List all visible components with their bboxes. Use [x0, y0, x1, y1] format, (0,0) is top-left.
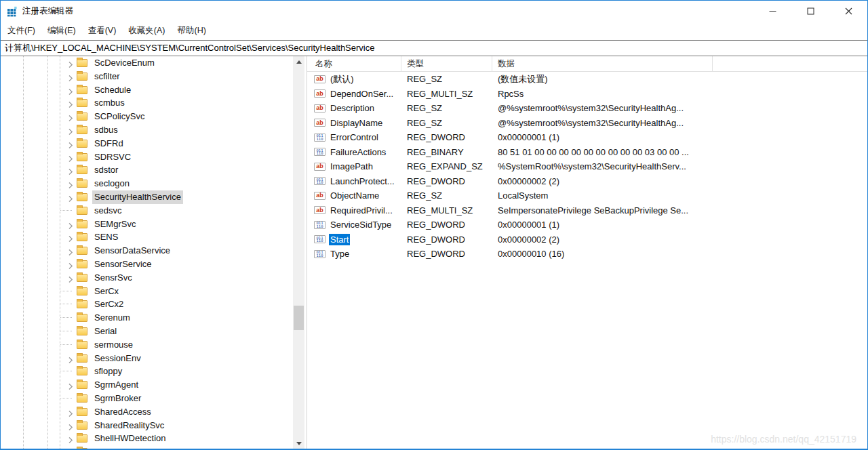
tree-item-label: SerCx2: [92, 298, 125, 311]
value-name-cell: abDisplayName: [307, 117, 401, 129]
tree-item[interactable]: sdbus: [1, 123, 292, 137]
tree-item[interactable]: SgrmBroker: [1, 392, 292, 405]
tree-item[interactable]: SensorDataService: [1, 244, 292, 258]
tree-item[interactable]: sdstor: [1, 163, 292, 177]
tree-item[interactable]: SDRSVC: [1, 150, 292, 164]
tree-item[interactable]: SgrmAgent: [1, 378, 292, 392]
chevron-right-icon[interactable]: [67, 112, 75, 120]
registry-value-row[interactable]: 011110TypeREG_DWORD0x00000010 (16): [307, 247, 867, 262]
tree-item-label: Serial: [92, 325, 119, 338]
tree-item[interactable]: SensorService: [1, 258, 292, 271]
registry-value-row[interactable]: abObjectNameREG_SZLocalSystem: [307, 188, 867, 203]
value-name: Start: [329, 234, 350, 245]
chevron-right-icon[interactable]: [67, 247, 75, 254]
tree-item[interactable]: SerCx2: [1, 298, 292, 311]
registry-value-row[interactable]: ab(默认)REG_SZ(数值未设置): [307, 72, 867, 87]
tree-item[interactable]: SEMgrSvc: [1, 218, 292, 231]
string-value-icon: ab: [314, 163, 326, 171]
tree-item[interactable]: SharedRealitySvc: [1, 419, 292, 432]
tree-item[interactable]: scmbus: [1, 96, 292, 110]
close-button[interactable]: [829, 1, 867, 22]
tree-item[interactable]: SessionEnv: [1, 352, 292, 365]
chevron-right-icon[interactable]: [67, 99, 75, 106]
scroll-down-button[interactable]: [293, 438, 304, 449]
value-name-cell: 011110ErrorControl: [307, 131, 401, 143]
tree-vertical-scrollbar[interactable]: [293, 56, 304, 449]
registry-value-row[interactable]: abDisplayNameREG_SZ@%systemroot%\system3…: [307, 116, 867, 131]
chevron-right-icon[interactable]: [67, 434, 75, 442]
menu-item[interactable]: 编辑(E): [41, 22, 82, 39]
column-header-type[interactable]: 类型: [401, 56, 492, 71]
menu-item[interactable]: 查看(V): [82, 22, 123, 39]
chevron-right-icon[interactable]: [67, 59, 75, 66]
chevron-right-icon[interactable]: [67, 233, 75, 241]
registry-value-row[interactable]: 011110ServiceSidTypeREG_DWORD0x00000001 …: [307, 218, 867, 232]
tree-item[interactable]: SensrSvc: [1, 271, 292, 285]
chevron-right-icon[interactable]: [67, 166, 75, 173]
tree-item[interactable]: sermouse: [1, 338, 292, 352]
registry-value-row[interactable]: abDependOnSer...REG_MULTI_SZRpcSs: [307, 87, 867, 102]
tree-item[interactable]: SDFRd: [1, 137, 292, 150]
value-data-cell: 0x00000002 (2): [492, 176, 867, 186]
tree-item[interactable]: ShellHWDetection: [1, 432, 292, 445]
registry-value-row[interactable]: abImagePathREG_EXPAND_SZ%SystemRoot%\sys…: [307, 159, 867, 174]
registry-value-row[interactable]: 011110LaunchProtect...REG_DWORD0x0000000…: [307, 174, 867, 189]
registry-value-row[interactable]: 011110StartREG_DWORD0x00000002 (2): [307, 232, 867, 247]
scrollbar-thumb[interactable]: [294, 306, 304, 330]
menu-item[interactable]: 文件(F): [1, 22, 41, 39]
minimize-button[interactable]: [753, 1, 791, 22]
chevron-right-icon[interactable]: [67, 86, 75, 94]
chevron-right-icon[interactable]: [67, 274, 75, 281]
tree-item[interactable]: SerCx: [1, 285, 292, 298]
registry-value-row[interactable]: abRequiredPrivil...REG_MULTI_SZSeImperso…: [307, 203, 867, 218]
column-header-name[interactable]: 名称: [307, 56, 401, 71]
tree-item-label: ScDeviceEnum: [92, 56, 157, 70]
tree-item[interactable]: sfloppy: [1, 365, 292, 378]
maximize-button[interactable]: [791, 1, 829, 22]
menu-item[interactable]: 帮助(H): [171, 22, 212, 39]
address-bar[interactable]: 计算机\HKEY_LOCAL_MACHINE\SYSTEM\CurrentCon…: [1, 40, 867, 56]
menu-item[interactable]: 收藏夹(A): [122, 22, 171, 39]
chevron-right-icon[interactable]: [67, 408, 75, 415]
close-icon: [845, 7, 852, 15]
registry-value-row[interactable]: abDescriptionREG_SZ@%systemroot%\system3…: [307, 101, 867, 116]
chevron-right-icon[interactable]: [67, 422, 75, 429]
value-name-cell: abDescription: [307, 102, 401, 114]
tree-item[interactable]: Serial: [1, 325, 292, 338]
chevron-right-icon[interactable]: [67, 448, 75, 449]
value-name-cell: 011110ServiceSidType: [307, 219, 401, 230]
value-name: ImagePath: [329, 161, 374, 172]
tree-item[interactable]: Schedule: [1, 83, 292, 97]
tree-item[interactable]: seclogon: [1, 177, 292, 190]
folder-icon: [77, 112, 87, 121]
value-name-cell: ab(默认): [307, 73, 401, 86]
tree-item[interactable]: ScDeviceEnum: [1, 56, 292, 70]
tree-item[interactable]: [1, 445, 292, 449]
chevron-right-icon[interactable]: [67, 153, 75, 161]
registry-value-row[interactable]: 011110FailureActionsREG_BINARY80 51 01 0…: [307, 145, 867, 160]
tree-item[interactable]: SharedAccess: [1, 405, 292, 419]
chevron-right-icon[interactable]: [67, 354, 75, 362]
column-header-data[interactable]: 数据: [492, 56, 713, 71]
value-data-cell: 80 51 01 00 00 00 00 00 00 00 00 00 03 0…: [492, 147, 867, 157]
folder-icon: [77, 367, 87, 375]
tree-item[interactable]: Serenum: [1, 311, 292, 325]
tree-item[interactable]: SENS: [1, 230, 292, 244]
chevron-right-icon[interactable]: [67, 220, 75, 228]
chevron-right-icon[interactable]: [67, 381, 75, 388]
registry-value-row[interactable]: 011110ErrorControlREG_DWORD0x00000001 (1…: [307, 130, 867, 145]
chevron-right-icon[interactable]: [67, 193, 75, 201]
value-name-cell: 011110Type: [307, 248, 401, 260]
folder-icon: [77, 314, 87, 322]
value-data-cell: 0x00000010 (16): [492, 249, 867, 259]
tree-item[interactable]: sedsvc: [1, 204, 292, 218]
tree-item[interactable]: SCPolicySvc: [1, 110, 292, 123]
chevron-right-icon[interactable]: [67, 73, 75, 80]
chevron-right-icon[interactable]: [67, 260, 75, 268]
tree-item[interactable]: scfilter: [1, 70, 292, 83]
chevron-right-icon[interactable]: [67, 140, 75, 147]
tree-item[interactable]: SecurityHealthService: [1, 190, 292, 204]
chevron-right-icon[interactable]: [67, 126, 75, 134]
scroll-up-button[interactable]: [293, 56, 304, 68]
chevron-right-icon[interactable]: [67, 180, 75, 187]
